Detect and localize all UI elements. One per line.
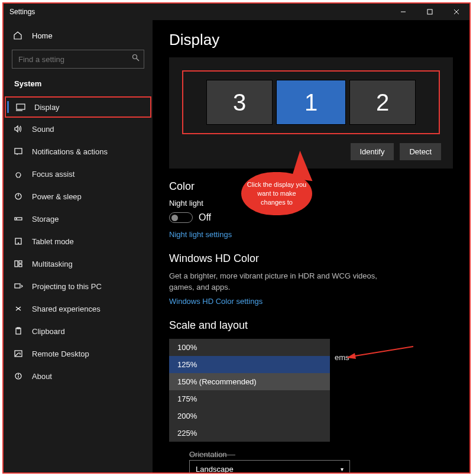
sidebar-item-label: Power & sleep [32,192,82,201]
notifications-icon [13,147,24,156]
monitor-2[interactable]: 2 [349,80,416,125]
window-buttons [390,4,469,20]
maximize-button[interactable] [416,4,443,20]
annotation-callout: Click the display you want to make chang… [241,172,312,215]
monitor-3[interactable]: 3 [206,80,273,125]
sidebar-item-power[interactable]: Power & sleep [4,185,153,208]
sidebar-item-label: About [32,372,52,381]
scale-option[interactable]: 225% [169,425,330,442]
about-icon [13,372,24,380]
scale-dropdown-open[interactable]: 100% 125% 150% (Recommended) 175% 200% 2… [169,339,330,442]
main-panel: Display 3 1 2 Identify Detect Color Nigh… [153,20,469,472]
sidebar-home[interactable]: Home [4,26,153,45]
sidebar-item-label: Remote Desktop [32,349,89,358]
close-button[interactable] [443,4,469,20]
sidebar-item-clipboard[interactable]: Clipboard [4,320,153,342]
storage-icon [13,215,24,223]
svg-rect-18 [15,284,20,288]
svg-rect-17 [19,264,22,267]
remote-desktop-icon [13,349,24,358]
sidebar-item-tablet[interactable]: Tablet mode [4,230,153,252]
page-title: Display [169,31,453,49]
sidebar-item-storage[interactable]: Storage [4,208,153,230]
sidebar-item-about[interactable]: About [4,365,153,387]
scale-option[interactable]: 125% [169,356,330,373]
orientation-label: Orientation [189,450,227,459]
shared-icon [13,305,24,313]
svg-line-25 [351,347,413,357]
sidebar-item-projecting[interactable]: Projecting to this PC [4,275,153,297]
monitor-1[interactable]: 1 [276,80,346,125]
window-title: Settings [9,8,35,16]
focus-assist-icon [13,170,24,178]
svg-line-5 [137,59,139,61]
sidebar-item-focus-assist[interactable]: Focus assist [4,163,153,185]
svg-rect-11 [15,218,22,220]
svg-rect-16 [19,261,22,263]
orientation-value: Landscape [196,465,234,474]
annotation-arrow [345,344,416,361]
orientation-select[interactable]: Landscape ▾ [189,460,350,474]
sidebar-item-sound[interactable]: Sound [4,118,153,140]
sidebar-item-label: Sound [32,125,54,134]
svg-point-12 [17,219,17,219]
sidebar-item-label: Shared experiences [32,305,101,313]
scale-option[interactable]: 150% (Recommended) [169,373,330,390]
detect-button[interactable]: Detect [400,143,441,160]
scale-option[interactable]: 100% [169,339,330,356]
sidebar-item-remote[interactable]: Remote Desktop [4,342,153,365]
sidebar-item-label: Tablet mode [32,237,74,246]
hd-description: Get a brighter, more vibrant picture in … [169,271,394,293]
tablet-icon [13,237,24,245]
hd-settings-link[interactable]: Windows HD Color settings [169,297,263,306]
sidebar-nav: Display Sound Notifications & actions [4,93,153,387]
sidebar-item-label: Clipboard [32,327,65,336]
settings-window: Settings Home [2,2,471,474]
sidebar-home-label: Home [32,31,53,40]
sidebar-item-label: Focus assist [32,170,74,179]
sidebar-item-label: Projecting to this PC [32,282,102,291]
power-icon [13,192,24,200]
sidebar-item-notifications[interactable]: Notifications & actions [4,140,153,163]
home-icon [13,31,24,40]
titlebar: Settings [4,4,469,20]
sidebar: Home System Display [4,20,153,472]
night-light-toggle[interactable] [169,212,193,223]
night-light-settings-link[interactable]: Night light settings [169,230,232,239]
sidebar-item-shared[interactable]: Shared experiences [4,297,153,320]
scale-option[interactable]: 200% [169,407,330,425]
scale-heading: Scale and layout [169,319,453,332]
svg-rect-8 [15,148,22,154]
search-icon [132,54,140,63]
svg-rect-15 [15,261,18,267]
search-container [4,45,153,73]
scale-option[interactable]: 175% [169,390,330,407]
identify-button[interactable]: Identify [351,143,394,160]
sidebar-section-title: System [4,73,153,93]
night-light-label: Night light [169,199,453,208]
sound-icon [13,125,24,133]
multitasking-icon [13,260,24,268]
svg-marker-26 [346,353,356,359]
chevron-down-icon: ▾ [341,466,344,472]
sidebar-item-display[interactable]: Display [5,96,151,118]
svg-point-24 [18,374,19,375]
clipboard-icon [13,327,24,335]
search-input[interactable] [12,50,144,69]
svg-point-14 [18,243,19,244]
sidebar-item-label: Display [34,103,60,112]
sidebar-item-label: Storage [32,215,59,224]
annotation-monitor-outline: 3 1 2 [182,70,440,134]
night-light-state: Off [199,212,211,223]
sidebar-item-label: Multitasking [32,260,73,268]
hd-heading: Windows HD Color [169,252,453,265]
sidebar-item-multitasking[interactable]: Multitasking [4,252,153,275]
svg-rect-1 [427,9,432,14]
svg-rect-6 [17,104,25,109]
sidebar-item-label: Notifications & actions [32,147,108,156]
minimize-button[interactable] [390,4,416,20]
display-icon [15,103,26,111]
svg-point-4 [133,55,137,59]
projecting-icon [13,282,24,290]
